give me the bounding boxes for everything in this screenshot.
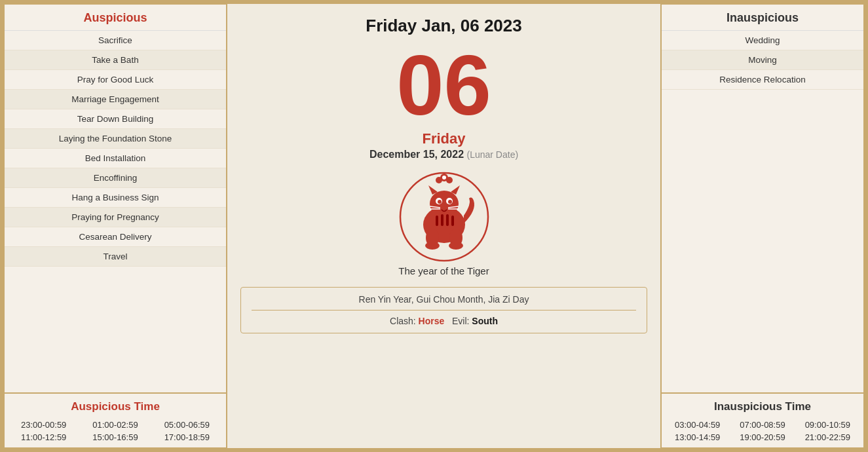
lunar-label: (Lunar Date) xyxy=(466,149,518,160)
svg-rect-10 xyxy=(436,216,438,226)
svg-point-16 xyxy=(425,242,440,250)
auspicious-item: Take a Bath xyxy=(5,50,226,70)
auspicious-item: Sacrifice xyxy=(5,31,226,50)
year-info: Ren Yin Year, Gui Chou Month, Jia Zi Day xyxy=(252,294,636,311)
auspicious-time-item: 11:00-12:59 xyxy=(10,432,77,442)
auspicious-item: Pray for Good Luck xyxy=(5,70,226,90)
auspicious-item: Bed Installation xyxy=(5,149,226,168)
clash-info: Clash: Horse Evil: South xyxy=(252,316,636,326)
auspicious-time-item: 17:00-18:59 xyxy=(153,432,221,442)
inauspicious-item: Moving xyxy=(662,50,863,70)
auspicious-item: Hang a Business Sign xyxy=(5,188,226,208)
inauspicious-time-item: 21:00-22:59 xyxy=(797,432,858,442)
inauspicious-time-item: 03:00-04:59 xyxy=(667,420,728,430)
svg-point-8 xyxy=(448,200,452,204)
inauspicious-time-item: 09:00-10:59 xyxy=(797,420,858,430)
evil-label: Evil: xyxy=(452,316,469,326)
auspicious-time-item: 01:00-02:59 xyxy=(81,420,149,430)
inauspicious-time-title: Inauspicious Time xyxy=(667,400,858,413)
auspicious-title: Auspicious xyxy=(5,5,226,31)
auspicious-item: Tear Down Building xyxy=(5,109,226,129)
auspicious-time-item: 15:00-16:59 xyxy=(81,432,149,442)
clash-animal: Horse xyxy=(419,316,445,326)
auspicious-item: Laying the Foundation Stone xyxy=(5,129,226,149)
svg-rect-11 xyxy=(441,214,443,226)
svg-point-9 xyxy=(442,206,447,210)
svg-point-2 xyxy=(430,191,459,217)
clash-box: Ren Yin Year, Gui Chou Month, Jia Zi Day… xyxy=(240,287,647,333)
svg-point-21 xyxy=(442,176,446,179)
svg-rect-13 xyxy=(451,216,454,226)
inauspicious-item: Wedding xyxy=(662,31,863,50)
inauspicious-list: WeddingMovingResidence Relocation xyxy=(662,31,863,392)
inauspicious-time-item: 07:00-08:59 xyxy=(732,420,793,430)
auspicious-time-section: Auspicious Time 23:00-00:5901:00-02:5905… xyxy=(5,392,226,447)
auspicious-item: Marriage Engagement xyxy=(5,90,226,109)
inauspicious-time-section: Inauspicious Time 03:00-04:5907:00-08:59… xyxy=(662,392,863,447)
svg-point-19 xyxy=(436,177,442,183)
center-panel: Friday Jan, 06 2023 06 Friday December 1… xyxy=(227,4,661,448)
lunar-date-value: December 15, 2022 xyxy=(369,149,464,160)
auspicious-time-grid: 23:00-00:5901:00-02:5905:00-06:5911:00-1… xyxy=(10,420,221,442)
auspicious-item: Travel xyxy=(5,247,226,267)
right-panel: Inauspicious WeddingMovingResidence Relo… xyxy=(661,4,864,448)
auspicious-item: Praying for Pregnancy xyxy=(5,208,226,227)
zodiac-label: The year of the Tiger xyxy=(398,265,489,276)
day-name: Friday xyxy=(422,130,465,147)
inauspicious-time-item: 19:00-20:59 xyxy=(732,432,793,442)
auspicious-item: Encoffining xyxy=(5,168,226,188)
auspicious-list: SacrificeTake a BathPray for Good LuckMa… xyxy=(5,31,226,392)
svg-rect-12 xyxy=(446,214,449,226)
svg-point-7 xyxy=(438,200,442,204)
date-header: Friday Jan, 06 2023 xyxy=(366,16,521,36)
left-panel: Auspicious SacrificeTake a BathPray for … xyxy=(4,4,227,448)
auspicious-time-item: 23:00-00:59 xyxy=(10,420,77,430)
clash-label: Clash: xyxy=(390,316,416,326)
auspicious-item: Cesarean Delivery xyxy=(5,227,226,247)
day-number: 06 xyxy=(396,43,491,128)
zodiac-image xyxy=(398,171,490,263)
tiger-svg xyxy=(398,171,490,263)
evil-direction: South xyxy=(472,316,498,326)
inauspicious-time-item: 13:00-14:59 xyxy=(667,432,728,442)
inauspicious-title: Inauspicious xyxy=(662,5,863,31)
auspicious-time-title: Auspicious Time xyxy=(10,400,221,413)
auspicious-time-item: 05:00-06:59 xyxy=(153,420,221,430)
inauspicious-item: Residence Relocation xyxy=(662,70,863,90)
svg-point-17 xyxy=(449,242,463,250)
svg-point-20 xyxy=(446,177,453,183)
lunar-date: December 15, 2022 (Lunar Date) xyxy=(369,149,518,160)
inauspicious-time-grid: 03:00-04:5907:00-08:5909:00-10:5913:00-1… xyxy=(667,420,858,442)
